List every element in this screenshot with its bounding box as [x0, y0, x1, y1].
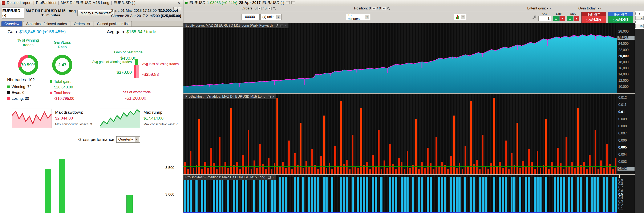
link-window-icon[interactable]	[286, 1, 290, 4]
drawdown-block: Max drawdown: $2,044.00 Max consecutive …	[55, 109, 92, 127]
gross-performance-period-select[interactable]: Quarterly ▼	[116, 136, 140, 143]
tab-closed-positions[interactable]: Closed positions list	[94, 21, 132, 26]
axis-tick: 0.5	[618, 193, 623, 197]
gain-today-group: Gain today: - ▼	[578, 6, 602, 10]
avg-gain-bar	[135, 59, 138, 65]
position-bar	[536, 177, 538, 212]
modify-probacktest-button[interactable]: Modify ProBacktest	[78, 10, 114, 16]
position-bar	[505, 177, 507, 212]
export-icon[interactable]	[173, 7, 177, 10]
trading-settings-button[interactable]	[532, 15, 536, 20]
timeframe-select[interactable]: 15 minutes ▼	[346, 14, 370, 20]
print-icon[interactable]	[178, 7, 182, 10]
position-bar	[245, 177, 247, 212]
avg-gain-label: Avg gain:	[107, 29, 125, 34]
sell-stop-button[interactable]: ▼	[574, 16, 579, 21]
variables-bar	[326, 168, 327, 174]
avg-loss-label: Avg loss of losing trades	[142, 62, 179, 66]
position-prev-button[interactable]: ◄	[372, 7, 376, 10]
orders-next-button[interactable]: ►	[268, 7, 272, 10]
limit-checkbox[interactable]	[635, 20, 638, 23]
orders-prev-button[interactable]: ◄	[258, 7, 262, 10]
timeframe-value: 15 minutes	[348, 13, 364, 21]
maximize-icon[interactable]	[268, 176, 270, 179]
equity-curve-plot[interactable]: Equity curve: MAZ Dif EURUSD M15 Long (W…	[184, 23, 617, 93]
position-next-button[interactable]: ►	[382, 7, 386, 10]
winning-swatch	[7, 85, 10, 88]
tab-statistics[interactable]: Statistics of closed trades	[23, 21, 70, 26]
close-report-icon[interactable]: ×	[176, 0, 181, 5]
equity-price-axis[interactable]: 28,00026,00024,00022,00020,00018,00016,0…	[617, 23, 635, 93]
variables-bar	[291, 169, 293, 174]
maximize-icon[interactable]	[268, 96, 270, 98]
limit-value-box[interactable]: 10	[635, 24, 644, 28]
position-bar	[262, 177, 264, 212]
stop-checkbox[interactable]	[635, 12, 638, 15]
axis-tick: 0.2	[618, 203, 623, 207]
variables-bar	[545, 119, 547, 174]
magnifier-icon[interactable]	[273, 7, 276, 10]
axis-tick: 24,000	[618, 42, 629, 46]
position-bar	[528, 177, 530, 212]
orders-toolbar: Orders: 0 ◄ / 0 ► Position: 0 ◄ / 0 ► La…	[184, 6, 644, 11]
variables-bar	[352, 135, 354, 174]
settings-wrench-icon[interactable]	[276, 24, 278, 27]
detailed-report-titlebar[interactable]: Detailed report | ProBacktest | MAZ Dif …	[0, 0, 183, 6]
gross-performance-chart[interactable]	[38, 145, 164, 213]
variables-bar	[349, 169, 350, 174]
last-price: 1.08963 (+0.24%)	[207, 1, 237, 5]
position-bar	[233, 177, 235, 212]
variables-axis[interactable]: 0.0120.0110.010.0090.0080.0070.0060.0050…	[617, 94, 635, 174]
chart-window-titlebar[interactable]: EURUSD 1.08963 (+0.24%) 28-Apr-2017 EUR/…	[184, 0, 644, 6]
position-count-2: / 0	[377, 6, 381, 10]
variables-bar	[204, 162, 206, 174]
position-bar	[568, 177, 570, 212]
positions-plot[interactable]: ProBacktest - Positions: MAZ Dif EURUSD …	[184, 175, 617, 213]
axis-tick: 0.003	[618, 160, 627, 164]
variables-bar	[554, 168, 556, 174]
chevron-down-icon[interactable]: ▼	[549, 7, 551, 10]
drawdown-sparkline	[12, 109, 52, 128]
variables-bar	[531, 162, 533, 174]
position-bar	[389, 177, 391, 212]
gain-value: $15,845.00 (+158.45%)	[19, 29, 66, 34]
chevron-down-icon[interactable]: ▼	[600, 7, 602, 10]
variables-plot[interactable]: ProBacktest - Variables: MAZ Dif EURUSD …	[184, 94, 617, 174]
sell-limit-button[interactable]: ▼	[560, 16, 565, 21]
buy-stop-button[interactable]: ▲	[567, 16, 573, 21]
chart-type-select[interactable]: ▼	[454, 14, 466, 20]
tab-overview[interactable]: Overview	[1, 21, 22, 26]
variables-panel: ProBacktest - Variables: MAZ Dif EURUSD …	[184, 94, 635, 174]
variables-bar	[219, 137, 220, 174]
position-bar	[395, 177, 397, 212]
quantity-input[interactable]	[242, 14, 260, 20]
tab-orders-list[interactable]: Orders list	[71, 21, 93, 26]
magnifier-icon[interactable]	[387, 7, 390, 10]
titlebar-separator: |	[111, 1, 112, 5]
position-bar	[331, 177, 334, 212]
close-chart-icon[interactable]: ×	[272, 176, 274, 179]
units-select[interactable]: (x) units ▼	[260, 14, 282, 20]
current-datetime: 28-Apr-2017 21:45:00	[125, 14, 160, 18]
axis-tick: 0.7	[618, 186, 623, 189]
nbr-trades: Nbr trades: 102	[7, 77, 35, 82]
variables-bar	[329, 163, 330, 174]
axis-tick: 0.011	[618, 103, 626, 107]
positions-axis[interactable]: 10.90.80.70.60.50.40.30.20.1	[617, 175, 635, 213]
current-label: Current:	[111, 14, 124, 18]
stop-value-box[interactable]: 1	[635, 16, 644, 20]
orders-group: Orders: 0 ◄ / 0 ►	[242, 6, 276, 10]
buy-market-button[interactable]: Buy MKT 1.08 980	[608, 12, 633, 23]
detach-window-icon[interactable]	[292, 1, 295, 4]
close-chart-icon[interactable]: ×	[285, 24, 286, 27]
variables-bar	[331, 169, 333, 174]
close-chart-icon[interactable]: ×	[272, 95, 274, 99]
avg-gain-summary: Avg gain: $155.34 / trade	[107, 29, 156, 34]
variables-bar	[410, 168, 411, 174]
sell-market-button[interactable]: Sell MKT 1.08 945	[581, 12, 606, 23]
position-bar	[412, 177, 414, 212]
buy-limit-button[interactable]: ▲	[553, 16, 559, 21]
order-qty-input[interactable]	[538, 16, 551, 21]
maximize-icon[interactable]	[280, 24, 283, 27]
chevron-down-icon: ▼	[276, 15, 280, 19]
